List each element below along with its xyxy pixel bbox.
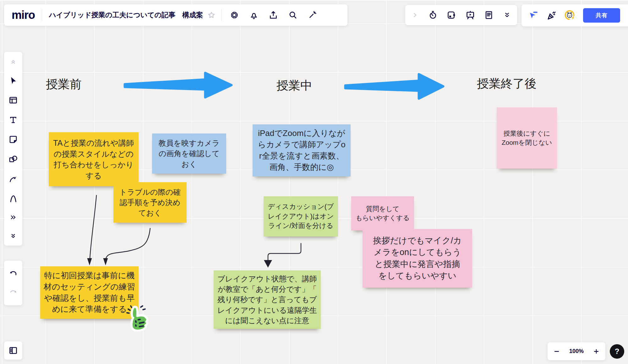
connector-arrowhead xyxy=(103,258,108,265)
thumbs-up-sticker[interactable] xyxy=(124,302,150,334)
settings-icon[interactable] xyxy=(230,10,239,20)
heading-before-class[interactable]: 授業前 xyxy=(46,76,82,92)
connector-line xyxy=(106,228,150,259)
sticky-note-breakout-audio[interactable]: ブレイクアウト状態で、講師 が教室で「あと何分です」「 残り何秒です」と言っても… xyxy=(214,270,321,329)
assistant-cat-icon[interactable] xyxy=(564,9,576,21)
sticky-note-keep-zoom-open[interactable]: 授業後にすぐに Zoomを閉じない xyxy=(497,107,557,169)
expand-chevron-icon[interactable] xyxy=(411,11,419,19)
frames-panel-button[interactable] xyxy=(4,341,22,360)
expand-down-icon[interactable] xyxy=(9,232,17,240)
more-apps-icon[interactable] xyxy=(9,213,17,221)
flow-arrow-2[interactable] xyxy=(344,72,445,100)
divider xyxy=(221,9,221,21)
creation-toolbar xyxy=(4,52,22,246)
board-title[interactable]: ハイブリッド授業の工夫についての記事 構成案 xyxy=(49,10,203,20)
media-card-icon[interactable] xyxy=(447,10,456,20)
notes-icon[interactable] xyxy=(484,10,494,20)
redo-icon[interactable] xyxy=(8,288,18,297)
app-header: miro ハイブリッド授業の工夫についての記事 構成案 xyxy=(4,4,347,26)
text-icon[interactable] xyxy=(8,115,18,125)
shapes-icon[interactable] xyxy=(8,155,18,164)
sticky-note-mic-camera-on[interactable]: 挨拶だけでもマイク/カ メラをonにしてもらう と授業中に発言や指摘 をしてもら… xyxy=(363,229,472,288)
star-icon[interactable] xyxy=(207,11,216,19)
heading-during-class[interactable]: 授業中 xyxy=(276,78,312,94)
reactions-icon[interactable] xyxy=(546,10,556,20)
connector-arrowhead xyxy=(264,260,272,268)
timer-icon[interactable] xyxy=(428,10,438,20)
follow-cursor-icon[interactable] xyxy=(528,10,538,20)
export-icon[interactable] xyxy=(269,10,278,20)
templates-icon[interactable] xyxy=(8,95,18,105)
search-icon[interactable] xyxy=(288,10,298,20)
sticky-note-camera-angle[interactable]: 教員を映すカメラ の画角を確認して おく xyxy=(152,133,226,174)
pen-icon[interactable] xyxy=(8,194,18,203)
undo-icon[interactable] xyxy=(8,269,18,278)
more-tools-icon[interactable] xyxy=(503,11,511,19)
connector-arrowhead xyxy=(87,258,92,265)
history-panel xyxy=(4,261,22,305)
zoom-in-icon[interactable] xyxy=(592,347,600,356)
sticky-note-trouble-steps[interactable]: トラブルの際の確 認手順を予め決め ておく xyxy=(113,182,187,223)
select-icon[interactable] xyxy=(8,76,18,85)
flow-arrow-1[interactable] xyxy=(123,71,233,99)
help-button[interactable]: ? xyxy=(610,344,624,359)
sticky-note-discussion-split[interactable]: ディスカッション(ブ レイクアウト)はオン ライン/対面を分ける xyxy=(264,196,338,236)
collaboration-panel: 共有 xyxy=(522,4,628,26)
board-tools-panel xyxy=(405,5,517,25)
zoom-out-icon[interactable] xyxy=(553,347,561,356)
sticky-note-first-class-prep[interactable]: 特に初回授業は事前に機 材のセッティングの練習 や確認をし、授業前も早 めに来て… xyxy=(40,266,139,319)
miro-logo[interactable]: miro xyxy=(12,9,35,21)
heading-after-class[interactable]: 授業終了後 xyxy=(477,76,537,92)
collapse-icon[interactable] xyxy=(9,57,17,66)
frames-panel-icon xyxy=(8,346,18,355)
sticky-note-easy-questions[interactable]: 質問をして もらいやすくする xyxy=(351,196,414,231)
zoom-controls: 100% xyxy=(548,342,605,360)
presentation-icon[interactable] xyxy=(466,10,475,20)
sticky-note-icon[interactable] xyxy=(8,135,18,144)
zoom-level[interactable]: 100% xyxy=(569,348,584,355)
divider xyxy=(42,9,42,21)
share-button[interactable]: 共有 xyxy=(583,8,620,23)
connector-icon[interactable] xyxy=(8,174,18,183)
sticky-note-ta-meeting[interactable]: TAと授業の流れや講師 の授業スタイルなどの 打ち合わせをしっかり する xyxy=(49,132,139,186)
board-canvas[interactable]: 授業前 授業中 授業終了後 TAと授業の流れや講師 の授業スタイルなどの 打ち合… xyxy=(0,0,628,364)
notifications-icon[interactable] xyxy=(249,10,259,20)
laser-pointer-icon[interactable] xyxy=(308,10,317,20)
sticky-note-ipad-zoom[interactable]: iPadでZoomに入りなが らカメラで講師アップo r全景を流すと画素数、 画… xyxy=(253,124,351,177)
connector-line xyxy=(90,195,96,259)
